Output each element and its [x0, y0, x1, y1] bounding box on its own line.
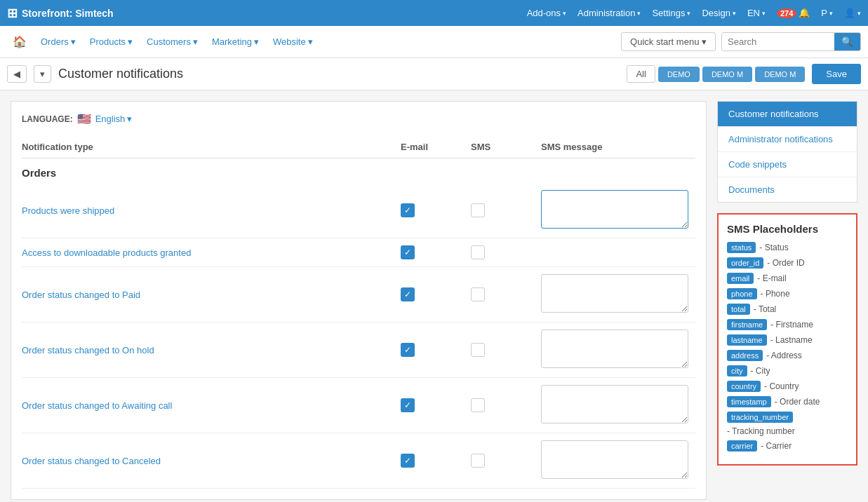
- sms-checkbox-awaiting[interactable]: [471, 398, 485, 412]
- secondary-nav-links: 🏠 Orders ▾ Products ▾ Customers ▾ Market…: [7, 32, 319, 51]
- tab-demo2[interactable]: DEMO M: [702, 67, 752, 82]
- language-select[interactable]: English ▾: [95, 114, 133, 124]
- placeholder-tag-order-id: order_id: [727, 257, 763, 269]
- user-icon: 👤: [844, 8, 855, 18]
- sms-textarea-canceled[interactable]: [541, 440, 688, 479]
- search-button[interactable]: 🔍: [834, 33, 860, 50]
- design-link[interactable]: Design ▾: [702, 8, 735, 18]
- sidebar-item-code-snippets[interactable]: Code snippets: [718, 152, 857, 177]
- orders-section-title: Orders: [22, 158, 695, 183]
- email-checkbox-paid[interactable]: ✓: [401, 287, 415, 301]
- products-dropdown-arrow: ▾: [128, 36, 133, 47]
- sidebar-item-administrator-notifications[interactable]: Administrator notifications: [718, 127, 857, 152]
- user-link[interactable]: 👤 ▾: [844, 8, 861, 18]
- placeholder-row-tracking-number: tracking_number - Tracking number: [727, 412, 848, 436]
- placeholder-desc-carrier: - Carrier: [761, 441, 792, 451]
- sms-checkbox-downloadable[interactable]: [471, 245, 485, 259]
- sms-textarea-onhold[interactable]: [541, 330, 688, 368]
- orders-nav-link[interactable]: Orders ▾: [35, 34, 81, 50]
- website-nav-link[interactable]: Website ▾: [267, 34, 319, 50]
- sms-checkbox-canceled[interactable]: [471, 454, 485, 468]
- placeholder-row-country: country - Country: [727, 381, 848, 392]
- table-row: Order status changed to Canceled ✓: [22, 433, 695, 489]
- placeholder-row-total: total - Total: [727, 304, 848, 315]
- sms-checkbox-shipped[interactable]: [471, 203, 485, 217]
- placeholder-desc-address: - Address: [766, 351, 802, 360]
- back-button[interactable]: ◀: [7, 65, 27, 83]
- secondary-nav-right: Quick start menu ▾ 🔍: [621, 32, 861, 51]
- email-checkbox-awaiting[interactable]: ✓: [401, 398, 415, 412]
- placeholder-desc-tracking-number: - Tracking number: [727, 426, 795, 436]
- notification-link-downloadable[interactable]: Access to downloadable products granted: [22, 247, 401, 258]
- placeholder-tag-carrier: carrier: [727, 440, 757, 452]
- search-input[interactable]: [722, 33, 834, 50]
- notification-link-canceled[interactable]: Order status changed to Canceled: [22, 456, 401, 466]
- placeholder-row-city: city - City: [727, 365, 848, 376]
- sidebar-item-customer-notifications[interactable]: Customer notifications: [718, 102, 857, 127]
- marketing-nav-link[interactable]: Marketing ▾: [206, 34, 265, 50]
- sms-textarea-awaiting[interactable]: [541, 385, 688, 423]
- email-checkbox-onhold[interactable]: ✓: [401, 343, 415, 357]
- orders-dropdown-arrow: ▾: [71, 36, 76, 47]
- tab-demo3[interactable]: DEMO M: [755, 67, 805, 82]
- sidebar-item-documents[interactable]: Documents: [718, 177, 857, 202]
- email-checkbox-canceled[interactable]: ✓: [401, 454, 415, 468]
- tab-all[interactable]: All: [627, 65, 655, 83]
- table-row: Order status changed to On hold ✓: [22, 323, 695, 378]
- language-bar: LANGUAGE: 🇺🇸 English ▾: [22, 112, 695, 126]
- sms-textarea-paid[interactable]: [541, 274, 688, 313]
- placeholder-desc-order-id: - Order ID: [767, 258, 804, 268]
- addons-dropdown-arrow: ▾: [563, 10, 566, 17]
- placeholder-desc-phone: - Phone: [761, 289, 790, 299]
- language-link[interactable]: EN ▾: [747, 8, 766, 18]
- customers-nav-link[interactable]: Customers ▾: [141, 34, 203, 50]
- dropdown-button[interactable]: ▾: [34, 65, 51, 83]
- placeholder-row-phone: phone - Phone: [727, 288, 848, 299]
- placeholder-tag-country: country: [727, 381, 761, 392]
- store-name: Storefront: Simtech: [22, 8, 114, 19]
- secondary-navigation: 🏠 Orders ▾ Products ▾ Customers ▾ Market…: [0, 26, 868, 58]
- placeholder-desc-timestamp: - Order date: [775, 397, 820, 407]
- sms-checkbox-onhold[interactable]: [471, 343, 485, 357]
- notifications-link[interactable]: 274 🔔: [777, 8, 810, 18]
- placeholder-tag-firstname: firstname: [727, 319, 767, 330]
- home-link[interactable]: 🏠: [7, 32, 32, 51]
- save-button[interactable]: Save: [812, 64, 861, 84]
- placeholder-tag-email: email: [727, 273, 754, 284]
- sms-checkbox-paid[interactable]: [471, 287, 485, 301]
- placeholder-row-carrier: carrier - Carrier: [727, 440, 848, 452]
- administration-link[interactable]: Administration ▾: [577, 8, 641, 18]
- placeholder-tag-lastname: lastname: [727, 334, 767, 346]
- notification-link-shipped[interactable]: Products were shipped: [22, 205, 401, 216]
- main-layout: LANGUAGE: 🇺🇸 English ▾ Notification type…: [0, 90, 868, 502]
- tabs-container: All DEMO DEMO M DEMO M: [627, 65, 805, 83]
- notification-link-awaiting[interactable]: Order status changed to Awaiting call: [22, 400, 401, 411]
- notification-link-onhold[interactable]: Order status changed to On hold: [22, 345, 401, 355]
- design-dropdown-arrow: ▾: [733, 10, 736, 17]
- addons-link[interactable]: Add-ons ▾: [527, 8, 566, 18]
- sms-textarea-shipped[interactable]: [541, 190, 688, 229]
- language-label: LANGUAGE:: [22, 114, 73, 124]
- placeholder-desc-status: - Status: [759, 243, 788, 252]
- language-flag: 🇺🇸: [77, 112, 91, 126]
- customers-dropdown-arrow: ▾: [193, 36, 198, 47]
- placeholder-row-timestamp: timestamp - Order date: [727, 396, 848, 407]
- notification-link-paid[interactable]: Order status changed to Paid: [22, 290, 401, 300]
- email-checkbox-shipped[interactable]: ✓: [401, 203, 415, 217]
- table-header: Notification type E-mail SMS SMS message: [22, 136, 695, 158]
- notification-badge: 274: [777, 8, 796, 18]
- tab-demo1[interactable]: DEMO: [658, 67, 700, 82]
- profile-link[interactable]: P ▾: [821, 8, 833, 18]
- products-nav-link[interactable]: Products ▾: [84, 34, 138, 50]
- sms-placeholders-title: SMS Placeholders: [727, 223, 848, 235]
- website-dropdown-arrow: ▾: [308, 36, 313, 47]
- placeholder-row-address: address - Address: [727, 350, 848, 361]
- settings-link[interactable]: Settings ▾: [652, 8, 690, 18]
- placeholder-row-email: email - E-mail: [727, 273, 848, 284]
- placeholder-tag-status: status: [727, 242, 756, 253]
- col-notification-type: Notification type: [22, 142, 401, 152]
- page-title: Customer notifications: [58, 67, 620, 81]
- quick-start-button[interactable]: Quick start menu ▾: [621, 32, 716, 51]
- email-checkbox-downloadable[interactable]: ✓: [401, 245, 415, 259]
- col-sms-message: SMS message: [541, 142, 695, 152]
